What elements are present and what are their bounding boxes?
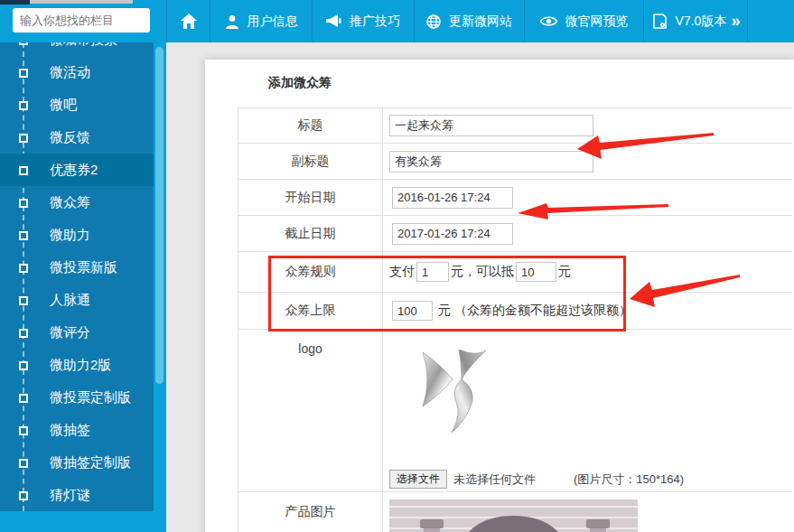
- rule-suffix-text: 元: [558, 264, 571, 280]
- megaphone-icon: [326, 14, 341, 28]
- eye-icon: [540, 15, 557, 27]
- sidebar-item-weihuodong[interactable]: 微活动: [0, 56, 154, 89]
- rule-prefix-text: 支付: [389, 264, 415, 280]
- scrollbar-thumb[interactable]: [155, 47, 163, 384]
- form-card: 添加微众筹 标题 副标题 开始日期 截止日期: [205, 60, 794, 532]
- page-title: 添加微众筹: [268, 75, 332, 91]
- field-label: 截止日期: [238, 216, 383, 251]
- sidebar-menu: 微城市投票 微活动 微吧 微反馈 优惠券2 微众筹 微助力 微投票新版 人脉通 …: [0, 42, 154, 511]
- nav-item-version[interactable]: V7.0版本 »: [643, 0, 748, 42]
- sidebar-item-weitoupiao-new[interactable]: 微投票新版: [0, 251, 154, 284]
- field-label: 开始日期: [238, 180, 383, 215]
- limit-note-text: 元 （众筹的金额不能超过该限额）: [438, 303, 631, 319]
- nav-item-user-info[interactable]: 用户信息: [210, 0, 312, 42]
- form-row-end-date: 截止日期: [238, 216, 792, 252]
- nav-item-label: V7.0版本: [676, 14, 727, 30]
- sidebar-item-weichouqian-custom[interactable]: 微抽签定制版: [0, 446, 154, 479]
- field-label: 众筹规则: [238, 252, 383, 292]
- sidebar-item-weipingfen[interactable]: 微评分: [0, 316, 154, 349]
- subtitle-input[interactable]: [389, 151, 593, 173]
- home-icon: [181, 14, 197, 29]
- title-input[interactable]: [389, 115, 593, 136]
- form-row-start-date: 开始日期: [238, 180, 792, 216]
- sidebar-item-youhuiquan2[interactable]: 优惠券2: [0, 154, 154, 186]
- window-artifact: [0, 0, 30, 5]
- start-date-input[interactable]: [392, 187, 513, 209]
- sidebar-search[interactable]: [13, 8, 150, 33]
- end-date-input[interactable]: [392, 223, 513, 245]
- form-row-rule: 众筹规则 支付 元，可以抵 元: [238, 252, 792, 293]
- ds-logo-image: [420, 350, 487, 433]
- field-label: 标题: [238, 108, 383, 143]
- top-navigation-bar: 用户信息 推广技巧 更新微网站 微官网预览: [0, 0, 794, 42]
- sidebar-item-weichouqian[interactable]: 微抽签: [0, 414, 154, 446]
- sidebar-item-clipped[interactable]: 微城市投票: [0, 42, 154, 56]
- sidebar-scrollbar[interactable]: [154, 42, 166, 511]
- limit-amount-input[interactable]: [392, 301, 433, 321]
- field-label: logo: [238, 330, 383, 491]
- top-menu: 用户信息 推广技巧 更新微网站 微官网预览: [166, 0, 748, 42]
- nav-item-label: 用户信息: [248, 14, 298, 30]
- field-label: 产品图片: [238, 492, 383, 532]
- deduct-amount-input[interactable]: [516, 262, 556, 282]
- user-icon: [225, 14, 239, 29]
- version-icon: [653, 14, 668, 29]
- field-label: 众筹上限: [238, 293, 383, 329]
- nav-item-site-preview[interactable]: 微官网预览: [524, 0, 643, 42]
- sidebar-item-renmaitong[interactable]: 人脉通: [0, 284, 154, 316]
- nav-item-label: 更新微网站: [449, 14, 512, 30]
- sidebar-item-weizhuli2[interactable]: 微助力2版: [0, 349, 154, 381]
- sidebar-item-weizhongchou[interactable]: 微众筹: [0, 186, 154, 219]
- form-row-subtitle: 副标题: [238, 144, 792, 180]
- choose-file-button[interactable]: 选择文件: [389, 470, 447, 489]
- sidebar-item-weizhuli[interactable]: 微助力: [0, 219, 154, 251]
- image-size-note: (图片尺寸：150*164): [574, 471, 684, 488]
- form-row-product-image: 产品图片: [238, 492, 792, 532]
- crowdfunding-form: 标题 副标题 开始日期 截止日期: [238, 107, 792, 532]
- pay-amount-input[interactable]: [416, 262, 449, 282]
- product-image: [389, 499, 638, 532]
- home-button[interactable]: [166, 0, 210, 42]
- globe-icon: [426, 14, 441, 29]
- field-label: 副标题: [238, 144, 383, 179]
- sidebar-item-weiba[interactable]: 微吧: [0, 89, 154, 121]
- window-artifact: [30, 0, 133, 4]
- form-row-limit: 众筹上限 元 （众筹的金额不能超过该限额）: [238, 293, 792, 330]
- sidebar-item-caidengmi[interactable]: 猜灯谜: [0, 479, 154, 511]
- chevrons-right-icon: »: [731, 12, 738, 31]
- no-file-selected-text: 未选择任何文件: [453, 471, 536, 488]
- sidebar: 微城市投票 微活动 微吧 微反馈 优惠券2 微众筹 微助力 微投票新版 人脉通 …: [0, 42, 166, 532]
- main-area: 添加微众筹 标题 副标题 开始日期 截止日期: [166, 42, 794, 532]
- rule-middle-text: 元，可以抵: [451, 264, 514, 280]
- nav-item-label: 推广技巧: [350, 14, 400, 30]
- nav-item-promo-tips[interactable]: 推广技巧: [312, 0, 414, 42]
- form-row-logo: logo: [238, 330, 792, 492]
- nav-item-label: 微官网预览: [565, 14, 629, 30]
- nav-item-update-site[interactable]: 更新微网站: [414, 0, 524, 42]
- search-input[interactable]: [13, 14, 182, 27]
- form-row-title: 标题: [238, 108, 792, 144]
- sidebar-item-weitoupiao-custom[interactable]: 微投票定制版: [0, 381, 154, 414]
- sidebar-item-weifankui[interactable]: 微反馈: [0, 121, 154, 154]
